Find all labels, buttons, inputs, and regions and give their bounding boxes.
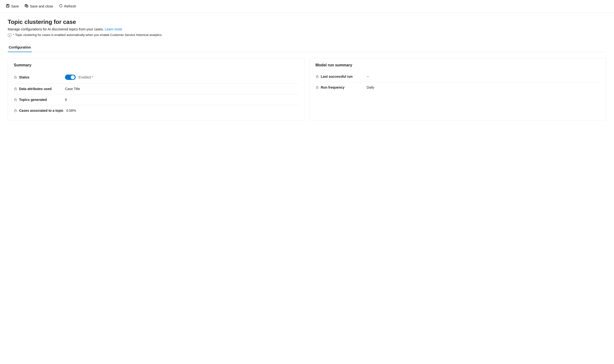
topics-generated-field-row: Topics generated 6 — [14, 94, 299, 105]
last-run-label-text: Last successful run — [321, 75, 353, 78]
last-run-value: -- — [367, 75, 369, 78]
last-run-label: Last successful run — [315, 75, 364, 78]
tabs: Configuration — [8, 43, 606, 52]
status-label: Status — [14, 75, 62, 79]
svg-rect-4 — [25, 4, 27, 5]
refresh-label: Refresh — [64, 4, 76, 8]
page-description: Manage configurations for AI discovered … — [8, 27, 606, 31]
status-field-row: Status Enabled * — [14, 71, 299, 83]
topics-generated-value: 6 — [65, 98, 67, 102]
svg-rect-7 — [27, 5, 27, 6]
run-frequency-field-row: Run frequency Daily — [315, 82, 600, 93]
cases-associated-value: 0.58% — [67, 109, 76, 113]
info-icon: i — [8, 33, 12, 37]
save-and-close-button[interactable]: Save and close — [23, 2, 55, 10]
summary-card: Summary Status Enabled * — [8, 58, 305, 121]
run-frequency-label: Run frequency — [315, 85, 364, 89]
toggle-slider — [65, 75, 76, 80]
svg-rect-14 — [316, 87, 318, 89]
topics-generated-lock-icon — [14, 98, 17, 101]
svg-rect-11 — [14, 99, 16, 101]
refresh-button[interactable]: Refresh — [57, 2, 78, 10]
run-frequency-lock-icon — [315, 86, 319, 89]
save-and-close-label: Save and close — [30, 4, 53, 8]
topics-generated-label: Topics generated — [14, 98, 62, 102]
topics-generated-label-text: Topics generated — [19, 98, 47, 102]
status-enabled-text: Enabled * — [79, 75, 93, 79]
status-lock-icon — [14, 76, 17, 79]
data-attributes-field-row: Data attributes used Case Title — [14, 83, 299, 94]
status-label-text: Status — [19, 75, 29, 79]
cases-associated-lock-icon — [14, 109, 17, 112]
model-run-card: Model run summary Last successful run -- — [310, 58, 606, 121]
cases-associated-field-row: Cases associated to a topic 0.58% — [14, 105, 299, 116]
summary-card-title: Summary — [14, 63, 299, 67]
svg-rect-9 — [14, 77, 16, 78]
description-text: Manage configurations for AI discovered … — [8, 27, 104, 31]
data-attributes-label: Data attributes used — [14, 87, 62, 91]
data-attributes-label-text: Data attributes used — [19, 87, 52, 91]
info-note-text: * Topic clustering for cases is enabled … — [13, 33, 162, 37]
save-label: Save — [11, 4, 19, 8]
model-run-card-title: Model run summary — [315, 63, 600, 67]
main-content: Topic clustering for case Manage configu… — [0, 13, 614, 127]
svg-rect-10 — [14, 89, 16, 90]
save-close-icon — [25, 4, 28, 9]
cases-associated-label: Cases associated to a topic — [14, 109, 64, 113]
run-frequency-label-text: Run frequency — [321, 85, 345, 89]
tab-configuration[interactable]: Configuration — [8, 43, 32, 52]
cases-associated-label-text: Cases associated to a topic — [19, 109, 64, 113]
status-toggle[interactable] — [65, 75, 76, 80]
cards-row: Summary Status Enabled * — [8, 58, 606, 121]
last-run-field-row: Last successful run -- — [315, 71, 600, 82]
refresh-icon — [59, 4, 63, 9]
last-run-lock-icon — [315, 75, 319, 78]
save-button[interactable]: Save — [4, 2, 21, 10]
data-attributes-value: Case Title — [65, 87, 80, 91]
save-icon — [6, 4, 10, 9]
svg-rect-2 — [7, 6, 9, 7]
svg-rect-1 — [7, 4, 8, 5]
svg-rect-13 — [316, 76, 318, 78]
run-frequency-value: Daily — [367, 85, 374, 89]
data-attributes-lock-icon — [14, 87, 17, 91]
learn-more-link[interactable]: Learn more — [105, 27, 122, 31]
info-note: i * Topic clustering for cases is enable… — [8, 33, 606, 37]
toolbar: Save Save and close Refresh — [0, 0, 614, 13]
page-title: Topic clustering for case — [8, 19, 606, 25]
svg-rect-12 — [14, 110, 16, 112]
